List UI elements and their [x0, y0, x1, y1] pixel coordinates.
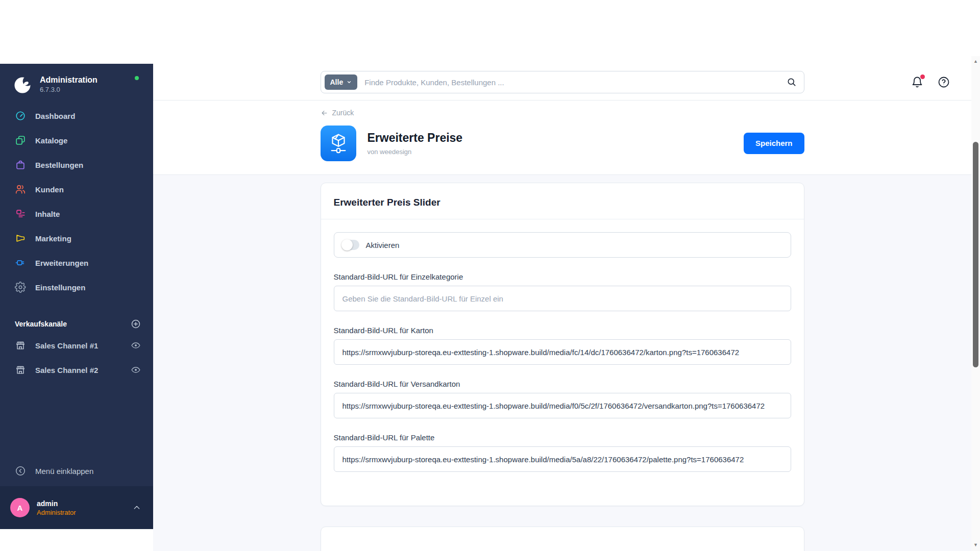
- avatar: A: [10, 498, 30, 517]
- sidebar-item-label: Kataloge: [35, 136, 67, 145]
- storefront-icon: [15, 364, 26, 375]
- sidebar-item-label: Einstellungen: [35, 283, 85, 292]
- sidebar-item-marketing[interactable]: Marketing: [0, 226, 153, 251]
- scrollbar-up-arrow[interactable]: ▲: [971, 57, 980, 65]
- storefront-icon: [15, 340, 26, 351]
- main-menu: Dashboard Kataloge Bestellungen Kunden: [0, 104, 153, 299]
- app-brand: Administration 6.7.3.0: [0, 64, 153, 95]
- box-slider-icon: [327, 132, 350, 155]
- search-filter-chip[interactable]: Alle: [325, 74, 358, 90]
- search-input[interactable]: [364, 78, 786, 87]
- app-version: 6.7.3.0: [40, 86, 97, 93]
- sidebar-item-dashboard[interactable]: Dashboard: [0, 104, 153, 128]
- field-label: Standard-Bild-URL für Palette: [334, 433, 791, 442]
- toggle-label: Aktivieren: [366, 241, 400, 249]
- palette-url-input[interactable]: [334, 446, 791, 472]
- orders-icon: [15, 159, 26, 170]
- aktivieren-toggle[interactable]: [342, 240, 359, 250]
- sales-channel-label: Sales Channel #2: [35, 366, 98, 374]
- back-button[interactable]: Zurück: [321, 109, 354, 117]
- sidebar-item-label: Kunden: [35, 185, 64, 194]
- sidebar-item-einstellungen[interactable]: Einstellungen: [0, 275, 153, 299]
- user-role: Administrator: [37, 509, 76, 516]
- field-label: Standard-Bild-URL für Karton: [334, 326, 791, 335]
- scrollbar-thumb[interactable]: [973, 142, 978, 367]
- help-circle-icon: [938, 76, 950, 88]
- add-sales-channel-icon[interactable]: [131, 319, 141, 329]
- global-search-bar: Alle: [321, 71, 804, 93]
- app-title: Administration: [40, 75, 97, 85]
- extension-module-icon: [321, 126, 356, 161]
- chevron-left-circle-icon: [15, 465, 26, 477]
- versandkarton-url-input[interactable]: [334, 393, 791, 418]
- field-karton: Standard-Bild-URL für Karton: [334, 326, 791, 365]
- sidebar-item-erweiterungen[interactable]: Erweiterungen: [0, 251, 153, 275]
- sidebar-item-label: Bestellungen: [35, 161, 83, 169]
- user-name: admin: [37, 499, 76, 508]
- field-palette: Standard-Bild-URL für Palette: [334, 433, 791, 472]
- sidebar-item-sales-channel-1[interactable]: Sales Channel #1: [0, 333, 153, 358]
- notification-badge: [920, 74, 925, 79]
- scrollbar-track[interactable]: ▲ ▼: [971, 56, 980, 551]
- notifications-button[interactable]: [911, 76, 923, 88]
- eye-icon[interactable]: [131, 365, 141, 375]
- sidebar-item-bestellungen[interactable]: Bestellungen: [0, 153, 153, 177]
- customers-icon: [15, 184, 26, 195]
- activate-toggle-row: Aktivieren: [334, 232, 791, 258]
- search-icon[interactable]: [787, 77, 797, 87]
- marketing-icon: [15, 233, 26, 244]
- field-label: Standard-Bild-URL für Einzelkategorie: [334, 272, 791, 281]
- sidebar-item-label: Inhalte: [35, 210, 60, 218]
- sidebar-item-label: Dashboard: [35, 112, 75, 120]
- chevron-up-icon: [133, 504, 141, 512]
- karton-url-input[interactable]: [334, 339, 791, 365]
- sales-channel-label: Sales Channel #1: [35, 341, 98, 350]
- page-subtitle: von weedesign: [368, 148, 463, 156]
- sales-channels-heading: Verkaufskanäle: [15, 320, 67, 328]
- save-button[interactable]: Speichern: [744, 133, 804, 154]
- next-settings-card: [321, 527, 804, 551]
- sidebar-item-label: Erweiterungen: [35, 259, 88, 267]
- back-label: Zurück: [332, 109, 354, 117]
- chevron-down-icon: [347, 80, 352, 85]
- catalogues-icon: [15, 135, 26, 146]
- sidebar-item-kunden[interactable]: Kunden: [0, 177, 153, 202]
- avatar-initial: A: [17, 504, 23, 512]
- shopware-logo-icon: [12, 75, 33, 95]
- arrow-left-icon: [321, 109, 328, 117]
- dashboard-icon: [15, 110, 26, 121]
- extensions-icon: [15, 257, 26, 268]
- status-dot: [135, 76, 139, 80]
- collapse-menu-button[interactable]: Menü einklappen: [0, 460, 153, 482]
- eye-icon[interactable]: [131, 340, 141, 350]
- page-header: Zurück Erweiterte Preise von weedesign S…: [153, 101, 971, 175]
- field-versandkarton: Standard-Bild-URL für Versandkarton: [334, 380, 791, 418]
- help-button[interactable]: [938, 76, 950, 88]
- toggle-knob: [341, 239, 353, 251]
- scrollbar-down-arrow[interactable]: ▼: [971, 541, 980, 549]
- field-einzelkategorie: Standard-Bild-URL für Einzelkategorie: [334, 272, 791, 311]
- page-title: Erweiterte Preise: [368, 131, 463, 145]
- settings-icon: [15, 282, 26, 293]
- sidebar-item-sales-channel-2[interactable]: Sales Channel #2: [0, 358, 153, 382]
- content-area: Erweiterter Preis Slider Aktivieren Stan…: [153, 175, 971, 551]
- sidebar: Administration 6.7.3.0 Dashboard Katalog…: [0, 64, 153, 529]
- content-icon: [15, 208, 26, 219]
- user-menu[interactable]: A admin Administrator: [0, 486, 153, 529]
- einzelkategorie-url-input[interactable]: [334, 286, 791, 311]
- slider-settings-card: Erweiterter Preis Slider Aktivieren Stan…: [321, 183, 804, 506]
- sidebar-item-inhalte[interactable]: Inhalte: [0, 202, 153, 226]
- sidebar-item-kataloge[interactable]: Kataloge: [0, 128, 153, 153]
- top-search-row: Alle: [153, 64, 971, 101]
- sidebar-item-label: Marketing: [35, 234, 71, 243]
- sales-channels-section: Verkaufskanäle Sales Channel #1: [0, 315, 153, 382]
- search-filter-label: Alle: [330, 78, 344, 86]
- card-title: Erweiterter Preis Slider: [334, 197, 791, 208]
- collapse-menu-label: Menü einklappen: [35, 467, 93, 475]
- field-label: Standard-Bild-URL für Versandkarton: [334, 380, 791, 388]
